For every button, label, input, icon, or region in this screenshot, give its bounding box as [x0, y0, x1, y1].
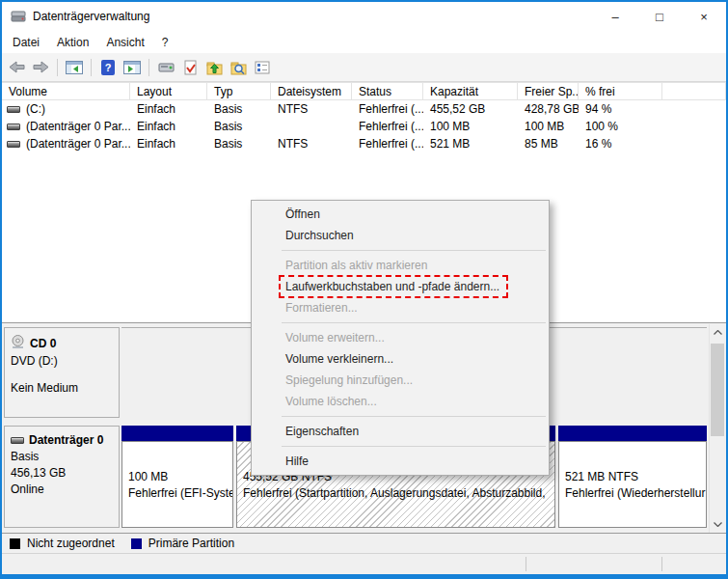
legend-label-unallocated: Nicht zugeordnet	[27, 537, 115, 550]
cd-drive-letter: DVD (D:)	[11, 354, 113, 368]
column-header-volume[interactable]: Volume	[2, 83, 130, 99]
partition-context-menu: Öffnen Durchsuchen Partition als aktiv m…	[251, 200, 550, 476]
volume-icon	[7, 141, 20, 148]
cell-layout: Einfach	[130, 120, 207, 133]
cell-dateisystem: NTFS	[271, 102, 352, 116]
action-pane-icon[interactable]	[122, 58, 142, 76]
statusbar	[2, 553, 726, 574]
partition-status: Fehlerfrei (Startpartition, Auslagerungs…	[243, 486, 549, 500]
scroll-up-icon[interactable]	[710, 324, 725, 341]
column-header-dateisystem[interactable]: Dateisystem	[271, 83, 352, 99]
cell-layout: Einfach	[130, 137, 207, 151]
cd-name: CD 0	[30, 337, 56, 350]
cd-icon	[11, 335, 25, 351]
cell-prozent-frei: 100 %	[579, 120, 662, 133]
cell-freier-speicher: 428,78 GB	[518, 102, 579, 116]
toolbar-separator	[91, 59, 92, 76]
disk-management-app-icon	[11, 9, 26, 24]
disk-status: Online	[11, 482, 113, 496]
forward-icon[interactable]	[31, 58, 50, 76]
menu-item-volume-verkleinern[interactable]: Volume verkleinern...	[252, 348, 549, 370]
unallocated-swatch	[10, 538, 20, 549]
menu-item-laufwerkbuchstaben[interactable]: Laufwerkbuchstaben und -pfade ändern...	[252, 276, 549, 297]
partition-status: Fehlerfrei (EFI-Syste	[128, 486, 227, 500]
menu-item-spiegelung: Spiegelung hinzufügen...	[252, 370, 549, 391]
column-header-typ[interactable]: Typ	[207, 83, 271, 99]
partition-size: 521 MB NTFS	[565, 470, 700, 483]
check-document-icon[interactable]	[180, 58, 200, 76]
legend-label-primary: Primäre Partition	[148, 537, 234, 550]
partition-size: 100 MB	[128, 470, 227, 483]
vertical-scrollbar[interactable]	[709, 324, 725, 533]
menu-item-eigenschaften[interactable]: Eigenschaften	[252, 421, 549, 442]
disk-icon	[11, 437, 24, 444]
menu-ansicht[interactable]: Ansicht	[97, 33, 152, 52]
toolbar-separator	[57, 59, 58, 76]
disk0-header[interactable]: Datenträger 0 Basis 456,13 GB Online	[4, 426, 120, 528]
cell-kapazitaet: 521 MB	[423, 137, 518, 151]
menu-help[interactable]: ?	[153, 33, 177, 52]
volume-name: (C:)	[26, 102, 45, 116]
cell-typ: Basis	[207, 102, 271, 116]
menu-item-volume-loeschen: Volume löschen...	[252, 391, 549, 412]
volume-icon	[7, 124, 20, 130]
cell-typ: Basis	[207, 120, 271, 133]
menu-item-durchsuchen[interactable]: Durchsuchen	[252, 225, 549, 246]
folder-search-icon[interactable]	[229, 58, 248, 76]
cell-dateisystem: NTFS	[271, 137, 352, 151]
menu-item-hilfe[interactable]: Hilfe	[252, 451, 549, 472]
back-icon[interactable]	[7, 58, 26, 76]
volume-name: (Datenträger 0 Par...	[26, 120, 130, 133]
volume-icon	[7, 106, 20, 113]
disk-name: Datenträger 0	[29, 433, 103, 447]
menu-item-oeffnen[interactable]: Öffnen	[252, 204, 549, 225]
list-view-icon[interactable]	[253, 58, 272, 76]
partition-efi[interactable]: 100 MB Fehlerfrei (EFI-Syste	[121, 426, 233, 528]
statusbar-separator	[661, 557, 662, 571]
titlebar: Datenträgerverwaltung – □ ×	[2, 2, 726, 31]
help-icon[interactable]: ?	[98, 58, 118, 76]
menu-datei[interactable]: Datei	[4, 33, 48, 52]
volume-row-recovery[interactable]: (Datenträger 0 Par... Einfach Basis NTFS…	[2, 135, 726, 152]
column-header-status[interactable]: Status	[352, 83, 423, 99]
disk-size: 456,13 GB	[11, 466, 113, 480]
disk-management-icon[interactable]	[156, 58, 175, 76]
cell-prozent-frei: 94 %	[579, 102, 662, 116]
cell-layout: Einfach	[130, 102, 207, 116]
close-button[interactable]: ×	[682, 2, 726, 31]
statusbar-separator	[526, 557, 526, 571]
cell-status: Fehlerfrei (...	[352, 102, 423, 116]
menu-separator	[282, 322, 546, 323]
legend-bar: Nicht zugeordnet Primäre Partition	[2, 533, 726, 553]
scroll-down-icon[interactable]	[710, 516, 725, 533]
menu-separator	[282, 446, 546, 447]
volume-row-efi[interactable]: (Datenträger 0 Par... Einfach Basis Fehl…	[2, 118, 726, 135]
toolbar: ?	[2, 53, 726, 82]
folder-up-icon[interactable]	[204, 58, 224, 76]
maximize-button[interactable]: □	[637, 2, 682, 31]
menu-separator	[282, 250, 546, 251]
column-header-kapazitaet[interactable]: Kapazität	[423, 83, 518, 99]
column-header-prozent-frei[interactable]: % frei	[579, 83, 662, 99]
partition-recovery[interactable]: 521 MB NTFS Fehlerfrei (Wiederherstellur	[558, 426, 707, 528]
volume-name: (Datenträger 0 Par...	[26, 137, 130, 151]
cd-drive-header[interactable]: CD 0 DVD (D:) Kein Medium	[4, 327, 120, 418]
menu-aktion[interactable]: Aktion	[48, 33, 97, 52]
menu-item-formatieren: Formatieren...	[252, 297, 549, 318]
cell-kapazitaet: 100 MB	[423, 120, 518, 133]
volume-row-c[interactable]: (C:) Einfach Basis NTFS Fehlerfrei (... …	[2, 100, 726, 118]
toolbar-separator	[148, 59, 149, 76]
primary-partition-swatch	[131, 538, 142, 549]
minimize-button[interactable]: –	[593, 2, 637, 31]
console-tree-icon[interactable]	[65, 58, 84, 76]
cell-kapazitaet: 455,52 GB	[423, 102, 518, 116]
menu-item-volume-erweitern: Volume erweitern...	[252, 327, 549, 348]
column-header-layout[interactable]: Layout	[130, 83, 207, 99]
cd-media-status: Kein Medium	[11, 381, 113, 395]
column-header-empty	[662, 83, 726, 99]
scrollbar-thumb[interactable]	[711, 344, 724, 436]
disk-type: Basis	[11, 450, 113, 463]
volume-table-header: Volume Layout Typ Dateisystem Status Kap…	[2, 82, 726, 100]
column-header-freier-speicher[interactable]: Freier Sp...	[518, 83, 579, 99]
cell-freier-speicher: 85 MB	[518, 137, 579, 151]
